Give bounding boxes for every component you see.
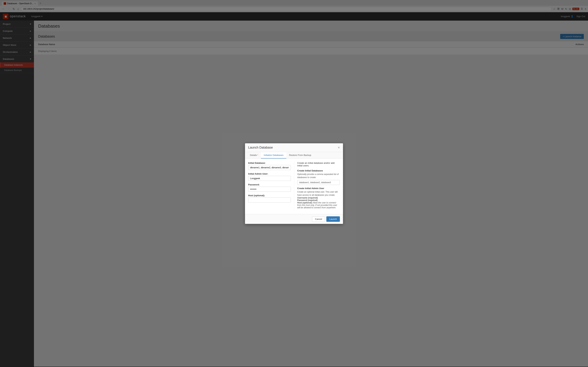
initial-admin-user-label: Initial Admin User: <box>248 173 291 175</box>
initial-database-label: Initial Database: <box>248 162 291 164</box>
help-host-wrapper: Host (optional) Allow the user to connec… <box>297 201 340 209</box>
modal-form: Initial Database: Initial Admin User: Pa… <box>248 162 291 211</box>
help-create-db-text: Optionally provide a comma separated lis… <box>297 173 340 179</box>
tab-initialize-label: Initialize Databases <box>264 154 284 156</box>
help-host-label: Host (optional) <box>297 201 312 204</box>
modal-header: Launch Database × <box>245 143 343 152</box>
password-input[interactable] <box>248 187 291 192</box>
tab-initialize-databases[interactable]: Initialize Databases <box>261 152 286 158</box>
modal-overlay: Launch Database × Details * Initialize D… <box>0 0 588 367</box>
help-intro: Create an initial database and/or add in… <box>297 162 340 167</box>
host-input[interactable] <box>248 198 291 202</box>
host-label: Host (optional): <box>248 194 291 197</box>
tab-details-required-dot: * <box>257 154 258 156</box>
tab-details[interactable]: Details * <box>247 152 261 158</box>
help-create-db-title: Create Initial Databases <box>297 169 340 172</box>
initial-admin-user-group: Initial Admin User: <box>248 173 291 181</box>
cancel-button[interactable]: Cancel <box>312 216 325 222</box>
help-create-admin-title: Create Initial Admin User <box>297 187 340 190</box>
help-db-input[interactable] <box>297 180 340 185</box>
password-group: Password: <box>248 183 291 192</box>
initial-database-group: Initial Database: <box>248 162 291 170</box>
tab-restore-label: Restore From Backup <box>289 154 311 156</box>
initial-admin-user-input[interactable] <box>248 176 291 181</box>
modal-help: Create an initial database and/or add in… <box>294 162 340 211</box>
help-create-admin-text: Create an optional initial user. This us… <box>297 190 340 197</box>
tab-restore-from-backup[interactable]: Restore From Backup <box>286 152 314 158</box>
host-group: Host (optional): <box>248 194 291 202</box>
modal-body: Initial Database: Initial Admin User: Pa… <box>245 158 343 214</box>
modal-footer: Cancel Launch <box>245 214 343 224</box>
initial-database-input[interactable] <box>248 165 291 170</box>
tab-details-label: Details <box>250 154 257 156</box>
launch-database-modal: Launch Database × Details * Initialize D… <box>245 143 343 224</box>
help-create-db-section: Create Initial Databases Optionally prov… <box>297 169 340 185</box>
launch-button[interactable]: Launch <box>326 216 340 222</box>
help-username-label: Username (required) <box>297 197 340 199</box>
modal-tabs: Details * Initialize Databases Restore F… <box>245 152 343 158</box>
modal-title: Launch Database <box>248 146 273 150</box>
password-label: Password: <box>248 183 291 186</box>
help-create-admin-section: Create Initial Admin User Create an opti… <box>297 187 340 209</box>
help-password-label: Password (required) <box>297 199 340 201</box>
modal-close-button[interactable]: × <box>338 146 340 149</box>
